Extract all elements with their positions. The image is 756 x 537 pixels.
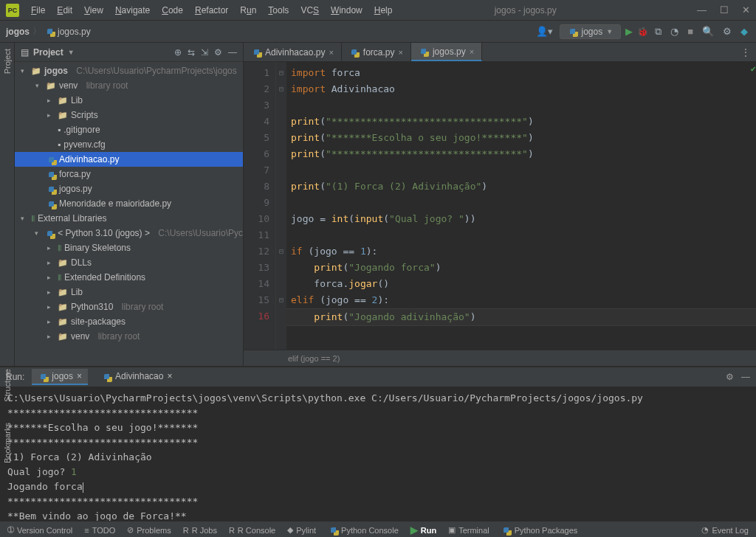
project-tool-button[interactable]: Project bbox=[3, 49, 12, 74]
close-icon[interactable]: × bbox=[77, 371, 82, 381]
run-tab-jogos[interactable]: jogos × bbox=[32, 369, 88, 385]
debug-button[interactable]: 🐞 bbox=[637, 27, 648, 37]
tree-binary-skeletons[interactable]: ▸⫴ Binary Skeletons bbox=[15, 240, 243, 255]
tree-project-root[interactable]: ▾ jogos C:\Users\Usuario\PycharmProjects… bbox=[15, 63, 243, 78]
tool-r-jobs[interactable]: RR Jobs bbox=[183, 526, 217, 535]
expand-icon[interactable]: ⇲ bbox=[201, 47, 208, 58]
python-icon bbox=[45, 228, 55, 238]
menu-run[interactable]: Run bbox=[234, 5, 262, 15]
close-icon[interactable]: × bbox=[399, 48, 403, 57]
left-tool-strip-lower: Structure Bookmarks bbox=[0, 369, 15, 463]
user-icon[interactable]: 👤▾ bbox=[534, 26, 555, 37]
breadcrumb-file[interactable]: jogos.py bbox=[58, 27, 91, 37]
python-icon bbox=[46, 169, 56, 179]
coverage-icon[interactable]: ⧉ bbox=[653, 26, 664, 38]
python-icon bbox=[38, 371, 48, 381]
inspection-ok-icon[interactable]: ✔ bbox=[751, 63, 756, 74]
tree-venv[interactable]: ▾ venv library root bbox=[15, 78, 243, 93]
hide-icon[interactable]: — bbox=[228, 47, 237, 58]
tool-todo[interactable]: ≡TODO bbox=[84, 526, 115, 535]
menu-window[interactable]: Window bbox=[325, 5, 368, 15]
terminal-icon: ▣ bbox=[448, 525, 456, 535]
tree-python310[interactable]: ▸ Python310 library root bbox=[15, 299, 243, 314]
menu-view[interactable]: View bbox=[78, 5, 109, 15]
breadcrumb-root[interactable]: jogos bbox=[6, 27, 30, 37]
tree-dlls[interactable]: ▸ DLLs bbox=[15, 255, 243, 270]
stop-button[interactable]: ■ bbox=[685, 26, 695, 37]
tab-adivinhacao[interactable]: Adivinhacao.py× bbox=[244, 43, 342, 61]
tree-site-packages[interactable]: ▸ site-packages bbox=[15, 314, 243, 329]
tree-jogos[interactable]: jogos.py bbox=[15, 181, 243, 196]
hide-icon[interactable]: — bbox=[741, 372, 750, 382]
tool-r-console[interactable]: RR Console bbox=[229, 526, 275, 535]
run-button[interactable]: ▶ bbox=[625, 26, 633, 37]
menu-help[interactable]: Help bbox=[368, 5, 399, 15]
close-icon[interactable]: × bbox=[470, 47, 474, 56]
close-icon[interactable]: ✕ bbox=[742, 4, 750, 15]
tree-lib2[interactable]: ▸ Lib bbox=[15, 285, 243, 299]
tool-terminal[interactable]: ▣Terminal bbox=[448, 525, 489, 535]
target-icon[interactable]: ⊕ bbox=[174, 47, 182, 58]
tool-problems[interactable]: ⊘Problems bbox=[127, 525, 171, 535]
r-icon: R bbox=[229, 526, 235, 535]
run-output[interactable]: C:\Users\Usuario\PycharmProjects\jogos\v… bbox=[0, 387, 756, 521]
fold-gutter[interactable]: ⊟⊟⊟⊟ bbox=[276, 62, 286, 350]
tree-pyvenv[interactable]: ▪ pyvenv.cfg bbox=[15, 137, 243, 152]
close-icon[interactable]: × bbox=[167, 371, 172, 381]
menu-tools[interactable]: Tools bbox=[262, 5, 295, 15]
run-config-selector[interactable]: jogos ▼ bbox=[560, 24, 622, 39]
collapse-icon[interactable]: ⇆ bbox=[188, 47, 195, 58]
menu-refactor[interactable]: Refactor bbox=[189, 5, 234, 15]
python-icon bbox=[328, 525, 338, 536]
more-icon[interactable]: ⋮ bbox=[741, 47, 750, 58]
profile-icon[interactable]: ◔ bbox=[668, 26, 681, 37]
menu-vcs[interactable]: VCS bbox=[295, 5, 325, 15]
code-with-me-icon[interactable]: ◆ bbox=[738, 26, 750, 37]
menu-edit[interactable]: Edit bbox=[51, 5, 78, 15]
settings-icon[interactable]: ⚙ bbox=[721, 26, 734, 37]
menu-code[interactable]: Code bbox=[156, 5, 189, 15]
code-editor[interactable]: ✔ 12345678910111213141516 ⊟⊟⊟⊟ import fo… bbox=[244, 62, 756, 350]
libs-icon: ⫴ bbox=[58, 243, 61, 253]
tool-run[interactable]: ▶Run bbox=[410, 524, 436, 536]
tool-event-log[interactable]: ◔Event Log bbox=[701, 525, 749, 535]
minimize-icon[interactable]: — bbox=[697, 4, 707, 15]
tool-python-console[interactable]: Python Console bbox=[328, 525, 399, 536]
menu-navigate[interactable]: Navigate bbox=[109, 5, 156, 15]
tab-jogos[interactable]: jogos.py× bbox=[411, 43, 482, 61]
python-icon bbox=[419, 46, 429, 57]
tree-forca[interactable]: forca.py bbox=[15, 167, 243, 181]
tree-python-env[interactable]: ▾ < Python 3.10 (jogos) > C:\Users\Usuar… bbox=[15, 226, 243, 240]
tab-forca[interactable]: forca.py× bbox=[342, 43, 411, 61]
maximize-icon[interactable]: ☐ bbox=[720, 4, 729, 15]
run-tab-adivinhacao[interactable]: Adivinhacao × bbox=[95, 369, 178, 385]
bookmarks-tool-button[interactable]: Bookmarks bbox=[3, 423, 12, 463]
tree-venv2[interactable]: ▸ venv library root bbox=[15, 329, 243, 344]
python-icon bbox=[46, 184, 56, 194]
tool-pylint[interactable]: ◆Pylint bbox=[287, 525, 316, 535]
folder-icon: ▤ bbox=[21, 47, 29, 58]
tree-ext-libraries[interactable]: ▾⫴ External Libraries bbox=[15, 211, 243, 226]
tree-menor[interactable]: Menoridade e maioridade.py bbox=[15, 196, 243, 211]
breadcrumb[interactable]: jogos 〉 jogos.py bbox=[6, 25, 91, 38]
tree-ext-defs[interactable]: ▸⫴ Extended Definitions bbox=[15, 270, 243, 285]
structure-tool-button[interactable]: Structure bbox=[3, 369, 12, 402]
libs-icon: ⫴ bbox=[58, 272, 61, 283]
gear-icon[interactable]: ⚙ bbox=[726, 372, 734, 382]
tree-lib[interactable]: ▸ Lib bbox=[15, 93, 243, 108]
project-tree[interactable]: ▾ jogos C:\Users\Usuario\PycharmProjects… bbox=[15, 62, 243, 366]
python-icon bbox=[349, 47, 360, 58]
tool-python-packages[interactable]: Python Packages bbox=[501, 525, 578, 536]
menu-file[interactable]: File bbox=[25, 5, 51, 15]
tree-adivinhacao[interactable]: Adivinhacao.py bbox=[15, 152, 243, 167]
gear-icon[interactable]: ⚙ bbox=[214, 47, 222, 58]
search-icon[interactable]: 🔍 bbox=[700, 26, 716, 37]
close-icon[interactable]: × bbox=[329, 48, 333, 57]
file-icon: ▪ bbox=[58, 125, 61, 135]
tree-gitignore[interactable]: ▪ .gitignore bbox=[15, 122, 243, 137]
tree-scripts[interactable]: ▸ Scripts bbox=[15, 108, 243, 122]
tool-version-control[interactable]: ➀Version Control bbox=[7, 525, 72, 535]
code-content[interactable]: import forca import Adivinhacao print("*… bbox=[286, 62, 756, 350]
bottom-toolbar: ➀Version Control ≡TODO ⊘Problems RR Jobs… bbox=[0, 521, 756, 537]
code-breadcrumb[interactable]: elif (jogo == 2) bbox=[244, 350, 756, 366]
